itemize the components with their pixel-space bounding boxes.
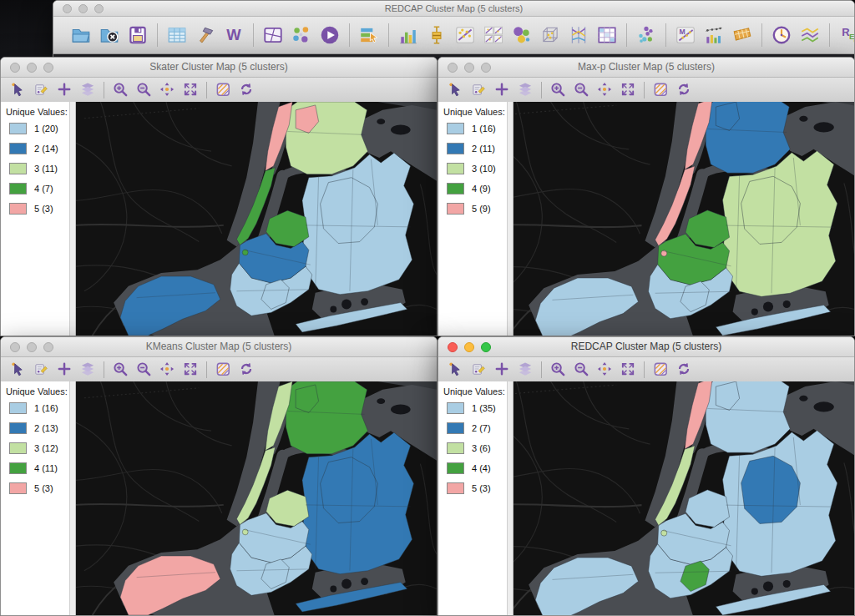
map-canvas[interactable]: [514, 381, 854, 615]
hammer-icon[interactable]: [191, 23, 220, 48]
close-button[interactable]: [448, 63, 458, 73]
refresh-icon[interactable]: [235, 360, 258, 380]
pan-icon[interactable]: [155, 80, 179, 100]
zoom-in-icon[interactable]: [546, 360, 569, 380]
category-editor-icon[interactable]: [355, 23, 383, 48]
map-canvas[interactable]: [514, 102, 854, 336]
pan-icon[interactable]: [155, 360, 179, 380]
legend-row[interactable]: 5 (3): [443, 482, 507, 494]
legend-splitter[interactable]: [69, 102, 76, 336]
moran-scatter-icon[interactable]: [671, 23, 700, 48]
add-icon[interactable]: [490, 360, 514, 380]
zoom-out-icon[interactable]: [132, 80, 155, 100]
folder-open-icon[interactable]: [67, 23, 95, 48]
legend-row[interactable]: 4 (4): [443, 462, 507, 474]
close-button[interactable]: [10, 63, 20, 73]
legend-splitter[interactable]: [507, 102, 514, 336]
zoom-button[interactable]: [43, 63, 53, 73]
titlebar[interactable]: Max-p Cluster Map (5 clusters): [438, 58, 854, 78]
legend-row[interactable]: 3 (6): [443, 442, 507, 454]
lisa-cluster-icon[interactable]: [700, 23, 728, 48]
legend-row[interactable]: 2 (11): [443, 143, 507, 154]
minimize-button[interactable]: [464, 63, 474, 73]
titlebar[interactable]: KMeans Cluster Map (5 clusters): [1, 337, 437, 357]
legend-row[interactable]: 2 (14): [6, 143, 69, 154]
weights-manager-w-icon[interactable]: [220, 23, 248, 48]
histogram-icon[interactable]: [394, 23, 422, 48]
pan-icon[interactable]: [593, 80, 616, 100]
close-button[interactable]: [448, 342, 458, 352]
legend-row[interactable]: 2 (13): [6, 422, 69, 434]
boxplot-icon[interactable]: [422, 23, 451, 48]
map-canvas[interactable]: [76, 381, 437, 615]
scatter-matrix-icon[interactable]: [479, 23, 508, 48]
table-icon[interactable]: [163, 23, 191, 48]
legend-row[interactable]: 3 (11): [6, 163, 69, 174]
map-canvas[interactable]: [76, 102, 437, 336]
legend-row[interactable]: 5 (3): [6, 482, 69, 494]
zoom-in-icon[interactable]: [546, 80, 569, 100]
minimize-button[interactable]: [27, 63, 37, 73]
folder-close-icon[interactable]: [95, 23, 124, 48]
cube-3d-icon[interactable]: [536, 23, 564, 48]
legend-row[interactable]: 5 (9): [443, 203, 507, 215]
minimize-button[interactable]: [27, 342, 37, 352]
legend-row[interactable]: 3 (12): [6, 442, 69, 454]
close-button[interactable]: [63, 4, 72, 13]
layers-icon[interactable]: [514, 80, 537, 100]
select-arrow-icon[interactable]: [6, 80, 29, 100]
legend-row[interactable]: 2 (7): [443, 422, 507, 434]
regression-icon[interactable]: [835, 23, 855, 48]
conditional-plot-icon[interactable]: [593, 23, 621, 48]
layers-icon[interactable]: [76, 80, 99, 100]
legend-row[interactable]: 1 (16): [6, 402, 69, 414]
edit-layer-icon[interactable]: [467, 360, 490, 380]
layers-icon[interactable]: [76, 360, 99, 380]
legend-row[interactable]: 4 (9): [443, 183, 507, 194]
full-extent-icon[interactable]: [179, 80, 202, 100]
full-extent-icon[interactable]: [616, 360, 640, 380]
refresh-icon[interactable]: [672, 360, 696, 380]
zoom-out-icon[interactable]: [569, 80, 593, 100]
add-icon[interactable]: [490, 80, 514, 100]
legend-splitter[interactable]: [69, 381, 76, 615]
play-icon[interactable]: [316, 23, 344, 48]
map-windows-icon[interactable]: [259, 23, 287, 48]
zoom-button[interactable]: [94, 4, 104, 13]
legend-row[interactable]: 3 (10): [443, 163, 507, 174]
legend-row[interactable]: 5 (3): [6, 203, 69, 215]
close-button[interactable]: [10, 342, 20, 352]
legend-row[interactable]: 1 (20): [6, 123, 69, 134]
basemap-icon[interactable]: [211, 360, 235, 380]
refresh-icon[interactable]: [672, 80, 696, 100]
line-charts-icon[interactable]: [796, 23, 824, 48]
bubble-chart-icon[interactable]: [508, 23, 536, 48]
legend-row[interactable]: 1 (35): [443, 402, 507, 414]
basemap-icon[interactable]: [649, 360, 672, 380]
refresh-icon[interactable]: [235, 80, 258, 100]
legend-splitter[interactable]: [507, 381, 514, 615]
edit-layer-icon[interactable]: [29, 80, 53, 100]
zoom-out-icon[interactable]: [132, 360, 155, 380]
color-dots-icon[interactable]: [287, 23, 316, 48]
main-titlebar[interactable]: REDCAP Cluster Map (5 clusters): [53, 1, 854, 17]
zoom-button[interactable]: [481, 342, 491, 352]
minimize-button[interactable]: [78, 4, 88, 13]
save-icon[interactable]: [124, 23, 152, 48]
legend-row[interactable]: 4 (7): [6, 183, 69, 194]
edit-layer-icon[interactable]: [29, 360, 53, 380]
parallel-coordinates-icon[interactable]: [564, 23, 593, 48]
legend-row[interactable]: 4 (11): [6, 462, 69, 474]
full-extent-icon[interactable]: [616, 80, 640, 100]
pan-icon[interactable]: [593, 360, 616, 380]
add-icon[interactable]: [53, 80, 76, 100]
zoom-button[interactable]: [481, 63, 491, 73]
basemap-icon[interactable]: [649, 80, 672, 100]
cartogram-icon[interactable]: [728, 23, 756, 48]
legend-row[interactable]: 1 (16): [443, 123, 507, 134]
select-arrow-icon[interactable]: [443, 80, 467, 100]
select-arrow-icon[interactable]: [6, 360, 29, 380]
full-extent-icon[interactable]: [179, 360, 202, 380]
add-icon[interactable]: [53, 360, 76, 380]
cluster-scatter-icon[interactable]: [632, 23, 660, 48]
